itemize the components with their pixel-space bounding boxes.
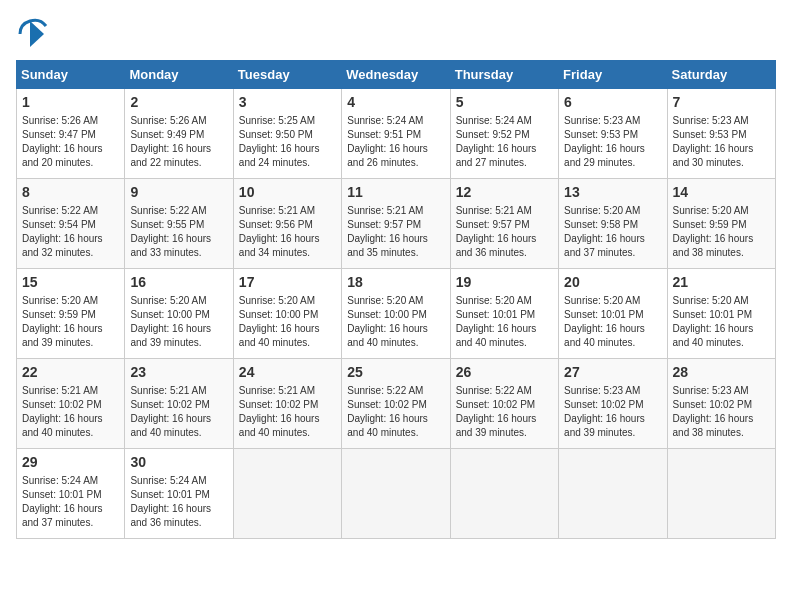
day-info: Sunrise: 5:26 AMSunset: 9:47 PMDaylight:…: [22, 114, 119, 170]
day-info: Sunrise: 5:23 AMSunset: 10:02 PMDaylight…: [564, 384, 661, 440]
day-info: Sunrise: 5:24 AMSunset: 9:52 PMDaylight:…: [456, 114, 553, 170]
day-number: 15: [22, 273, 119, 292]
header-day-wednesday: Wednesday: [342, 61, 450, 89]
day-number: 28: [673, 363, 770, 382]
day-cell-13: 13Sunrise: 5:20 AMSunset: 9:58 PMDayligh…: [559, 179, 667, 269]
day-cell-7: 7Sunrise: 5:23 AMSunset: 9:53 PMDaylight…: [667, 89, 775, 179]
day-info: Sunrise: 5:23 AMSunset: 9:53 PMDaylight:…: [564, 114, 661, 170]
empty-cell: [667, 449, 775, 539]
day-info: Sunrise: 5:20 AMSunset: 10:01 PMDaylight…: [564, 294, 661, 350]
header-day-saturday: Saturday: [667, 61, 775, 89]
day-cell-27: 27Sunrise: 5:23 AMSunset: 10:02 PMDaylig…: [559, 359, 667, 449]
day-cell-16: 16Sunrise: 5:20 AMSunset: 10:00 PMDaylig…: [125, 269, 233, 359]
calendar-week-3: 15Sunrise: 5:20 AMSunset: 9:59 PMDayligh…: [17, 269, 776, 359]
day-cell-5: 5Sunrise: 5:24 AMSunset: 9:52 PMDaylight…: [450, 89, 558, 179]
day-number: 11: [347, 183, 444, 202]
day-cell-29: 29Sunrise: 5:24 AMSunset: 10:01 PMDaylig…: [17, 449, 125, 539]
calendar-week-4: 22Sunrise: 5:21 AMSunset: 10:02 PMDaylig…: [17, 359, 776, 449]
day-number: 23: [130, 363, 227, 382]
day-number: 18: [347, 273, 444, 292]
day-cell-17: 17Sunrise: 5:20 AMSunset: 10:00 PMDaylig…: [233, 269, 341, 359]
day-info: Sunrise: 5:21 AMSunset: 10:02 PMDaylight…: [239, 384, 336, 440]
empty-cell: [450, 449, 558, 539]
logo: [16, 16, 56, 52]
day-number: 19: [456, 273, 553, 292]
day-cell-10: 10Sunrise: 5:21 AMSunset: 9:56 PMDayligh…: [233, 179, 341, 269]
day-info: Sunrise: 5:21 AMSunset: 9:57 PMDaylight:…: [347, 204, 444, 260]
day-info: Sunrise: 5:24 AMSunset: 10:01 PMDaylight…: [22, 474, 119, 530]
day-info: Sunrise: 5:22 AMSunset: 9:55 PMDaylight:…: [130, 204, 227, 260]
day-info: Sunrise: 5:24 AMSunset: 10:01 PMDaylight…: [130, 474, 227, 530]
day-number: 6: [564, 93, 661, 112]
day-info: Sunrise: 5:20 AMSunset: 9:59 PMDaylight:…: [22, 294, 119, 350]
day-cell-4: 4Sunrise: 5:24 AMSunset: 9:51 PMDaylight…: [342, 89, 450, 179]
logo-icon: [16, 16, 52, 52]
calendar-week-2: 8Sunrise: 5:22 AMSunset: 9:54 PMDaylight…: [17, 179, 776, 269]
day-number: 5: [456, 93, 553, 112]
header-day-friday: Friday: [559, 61, 667, 89]
calendar-week-1: 1Sunrise: 5:26 AMSunset: 9:47 PMDaylight…: [17, 89, 776, 179]
day-cell-22: 22Sunrise: 5:21 AMSunset: 10:02 PMDaylig…: [17, 359, 125, 449]
day-info: Sunrise: 5:22 AMSunset: 9:54 PMDaylight:…: [22, 204, 119, 260]
day-cell-1: 1Sunrise: 5:26 AMSunset: 9:47 PMDaylight…: [17, 89, 125, 179]
day-cell-2: 2Sunrise: 5:26 AMSunset: 9:49 PMDaylight…: [125, 89, 233, 179]
calendar-body: 1Sunrise: 5:26 AMSunset: 9:47 PMDaylight…: [17, 89, 776, 539]
calendar-week-5: 29Sunrise: 5:24 AMSunset: 10:01 PMDaylig…: [17, 449, 776, 539]
day-info: Sunrise: 5:21 AMSunset: 9:56 PMDaylight:…: [239, 204, 336, 260]
day-cell-14: 14Sunrise: 5:20 AMSunset: 9:59 PMDayligh…: [667, 179, 775, 269]
day-number: 2: [130, 93, 227, 112]
day-cell-26: 26Sunrise: 5:22 AMSunset: 10:02 PMDaylig…: [450, 359, 558, 449]
header-day-thursday: Thursday: [450, 61, 558, 89]
day-info: Sunrise: 5:25 AMSunset: 9:50 PMDaylight:…: [239, 114, 336, 170]
day-number: 17: [239, 273, 336, 292]
empty-cell: [233, 449, 341, 539]
day-info: Sunrise: 5:23 AMSunset: 9:53 PMDaylight:…: [673, 114, 770, 170]
day-number: 12: [456, 183, 553, 202]
day-cell-24: 24Sunrise: 5:21 AMSunset: 10:02 PMDaylig…: [233, 359, 341, 449]
page-header: [16, 16, 776, 52]
day-info: Sunrise: 5:20 AMSunset: 10:01 PMDaylight…: [456, 294, 553, 350]
calendar-header: SundayMondayTuesdayWednesdayThursdayFrid…: [17, 61, 776, 89]
empty-cell: [559, 449, 667, 539]
day-cell-12: 12Sunrise: 5:21 AMSunset: 9:57 PMDayligh…: [450, 179, 558, 269]
day-info: Sunrise: 5:23 AMSunset: 10:02 PMDaylight…: [673, 384, 770, 440]
day-info: Sunrise: 5:24 AMSunset: 9:51 PMDaylight:…: [347, 114, 444, 170]
day-cell-11: 11Sunrise: 5:21 AMSunset: 9:57 PMDayligh…: [342, 179, 450, 269]
day-number: 7: [673, 93, 770, 112]
header-row: SundayMondayTuesdayWednesdayThursdayFrid…: [17, 61, 776, 89]
day-number: 29: [22, 453, 119, 472]
day-number: 8: [22, 183, 119, 202]
empty-cell: [342, 449, 450, 539]
day-cell-19: 19Sunrise: 5:20 AMSunset: 10:01 PMDaylig…: [450, 269, 558, 359]
day-number: 9: [130, 183, 227, 202]
day-info: Sunrise: 5:21 AMSunset: 10:02 PMDaylight…: [130, 384, 227, 440]
day-cell-30: 30Sunrise: 5:24 AMSunset: 10:01 PMDaylig…: [125, 449, 233, 539]
header-day-tuesday: Tuesday: [233, 61, 341, 89]
day-cell-28: 28Sunrise: 5:23 AMSunset: 10:02 PMDaylig…: [667, 359, 775, 449]
day-cell-25: 25Sunrise: 5:22 AMSunset: 10:02 PMDaylig…: [342, 359, 450, 449]
day-cell-6: 6Sunrise: 5:23 AMSunset: 9:53 PMDaylight…: [559, 89, 667, 179]
day-info: Sunrise: 5:21 AMSunset: 10:02 PMDaylight…: [22, 384, 119, 440]
day-cell-23: 23Sunrise: 5:21 AMSunset: 10:02 PMDaylig…: [125, 359, 233, 449]
day-number: 30: [130, 453, 227, 472]
header-day-monday: Monday: [125, 61, 233, 89]
day-number: 20: [564, 273, 661, 292]
calendar-table: SundayMondayTuesdayWednesdayThursdayFrid…: [16, 60, 776, 539]
day-info: Sunrise: 5:20 AMSunset: 10:00 PMDaylight…: [347, 294, 444, 350]
day-cell-18: 18Sunrise: 5:20 AMSunset: 10:00 PMDaylig…: [342, 269, 450, 359]
day-cell-8: 8Sunrise: 5:22 AMSunset: 9:54 PMDaylight…: [17, 179, 125, 269]
day-number: 16: [130, 273, 227, 292]
header-day-sunday: Sunday: [17, 61, 125, 89]
day-info: Sunrise: 5:22 AMSunset: 10:02 PMDaylight…: [456, 384, 553, 440]
day-info: Sunrise: 5:21 AMSunset: 9:57 PMDaylight:…: [456, 204, 553, 260]
day-cell-20: 20Sunrise: 5:20 AMSunset: 10:01 PMDaylig…: [559, 269, 667, 359]
day-number: 22: [22, 363, 119, 382]
day-number: 26: [456, 363, 553, 382]
day-number: 25: [347, 363, 444, 382]
day-info: Sunrise: 5:26 AMSunset: 9:49 PMDaylight:…: [130, 114, 227, 170]
day-number: 21: [673, 273, 770, 292]
day-info: Sunrise: 5:20 AMSunset: 9:59 PMDaylight:…: [673, 204, 770, 260]
day-cell-3: 3Sunrise: 5:25 AMSunset: 9:50 PMDaylight…: [233, 89, 341, 179]
day-number: 4: [347, 93, 444, 112]
day-number: 10: [239, 183, 336, 202]
